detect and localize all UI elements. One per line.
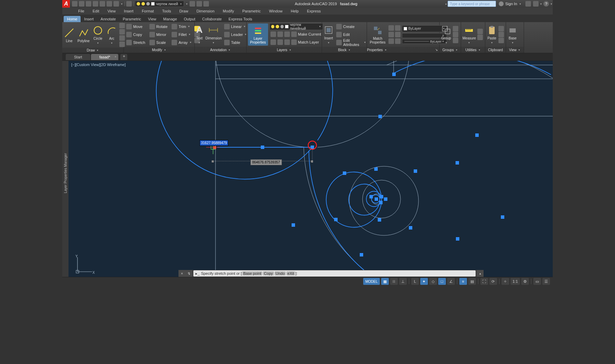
groups-icon[interactable]: [453, 32, 458, 37]
title-drop-icon[interactable]: ▾: [550, 2, 553, 6]
panel-label[interactable]: View▾: [506, 47, 524, 53]
custom-icon[interactable]: ☰: [542, 278, 550, 285]
panel-label[interactable]: Properties▾↘: [367, 47, 439, 53]
command-line[interactable]: × ↯ ▸_ Specify stretch point or [ Base p…: [178, 270, 484, 277]
snap-icon[interactable]: ⁞⁞: [390, 278, 398, 285]
menu-tools[interactable]: Tools: [158, 9, 175, 13]
otrack-icon[interactable]: ∠: [447, 278, 455, 285]
new-tab-button[interactable]: +: [120, 54, 127, 60]
app-logo[interactable]: A: [62, 0, 70, 8]
scale-button[interactable]: Scale: [148, 39, 168, 46]
menu-help[interactable]: Help: [287, 9, 303, 13]
table-button[interactable]: Table: [223, 39, 247, 46]
qat-icon[interactable]: [196, 1, 202, 7]
polar-icon[interactable]: ✦: [420, 278, 428, 285]
panel-label[interactable]: Annotation▾: [195, 47, 246, 53]
measure-button[interactable]: Measure▾: [461, 24, 477, 45]
edit-button[interactable]: Edit: [335, 31, 367, 38]
status-model[interactable]: MODEL: [363, 278, 380, 285]
menu-view[interactable]: View: [103, 9, 120, 13]
group-button[interactable]: Group▾: [440, 24, 453, 45]
color-icon[interactable]: [395, 32, 401, 37]
layer-combo[interactable]: чертеж линейный ▾: [269, 23, 323, 30]
array-button[interactable]: Array: [171, 39, 192, 46]
mirror-button[interactable]: Mirror: [148, 31, 168, 38]
scale-label[interactable]: 1:1: [511, 278, 520, 285]
color-icon[interactable]: [395, 38, 401, 44]
qat-layer-combo[interactable]: чертеж линей ▾: [135, 1, 184, 7]
close-icon[interactable]: ×: [178, 270, 185, 277]
qat-icon[interactable]: [203, 1, 209, 7]
ucs-icon[interactable]: Y X: [74, 254, 95, 275]
stretch-button[interactable]: Stretch: [125, 39, 146, 46]
help-icon[interactable]: ?: [543, 1, 549, 7]
color-icon[interactable]: [388, 25, 394, 31]
move-button[interactable]: Move: [125, 23, 146, 30]
groups-icon[interactable]: [453, 38, 458, 43]
qat-icon[interactable]: [190, 1, 195, 7]
menu-dimension[interactable]: Dimension: [192, 9, 219, 13]
circle-button[interactable]: Circle▾: [91, 24, 105, 46]
title-drop-icon[interactable]: ▾: [540, 2, 542, 6]
text-button[interactable]: A Text▾: [195, 24, 204, 45]
panel-label[interactable]: Modify▾: [124, 47, 194, 53]
linear-button[interactable]: Linear: [223, 23, 247, 30]
ortho-icon[interactable]: L: [411, 278, 419, 285]
iso-icon[interactable]: ◇: [429, 278, 437, 285]
panel-label[interactable]: Block▾: [322, 47, 367, 53]
qat-more-icon[interactable]: ▾: [185, 2, 188, 6]
trim-button[interactable]: Trim: [171, 23, 192, 30]
edit-attr-button[interactable]: Edit Attributes: [335, 39, 367, 46]
menu-parametric[interactable]: Parametric: [238, 9, 265, 13]
util-icon[interactable]: [477, 29, 483, 34]
layer-props-manager-rail[interactable]: Layer Properties Manager: [62, 61, 68, 286]
gear-icon[interactable]: ⚙: [521, 278, 529, 285]
layer-properties-button[interactable]: Layer Properties: [248, 24, 268, 46]
copy-icon[interactable]: [498, 32, 504, 37]
match-props-button[interactable]: Match Properties: [368, 24, 387, 45]
make-current-button[interactable]: Make Current: [269, 30, 323, 38]
menu-modify[interactable]: Modify: [219, 9, 238, 13]
tab-manage[interactable]: Manage: [160, 16, 181, 22]
tab-collaborate[interactable]: Collaborate: [199, 16, 225, 22]
paste-button[interactable]: Paste▾: [485, 24, 498, 45]
tab-parametric[interactable]: Parametric: [119, 16, 145, 22]
tab-expresstools[interactable]: Express Tools: [225, 16, 256, 22]
match-layer-button[interactable]: Match Layer: [269, 38, 323, 46]
groups-icon[interactable]: [453, 26, 458, 31]
tab-view[interactable]: View: [145, 16, 160, 22]
share-icon[interactable]: [126, 1, 132, 7]
panel-label[interactable]: Groups▾: [440, 47, 461, 53]
qat-dropdown-icon[interactable]: ▾: [120, 2, 123, 6]
grid-icon[interactable]: ▦: [381, 278, 389, 285]
panel-label[interactable]: Layers▾: [247, 47, 322, 53]
tab-annotate[interactable]: Annotate: [97, 16, 119, 22]
command-input[interactable]: ▸_ Specify stretch point or [ Base point…: [193, 270, 476, 277]
new-icon[interactable]: [72, 1, 77, 7]
rotate-button[interactable]: Rotate: [148, 23, 168, 30]
menu-format[interactable]: Format: [138, 9, 158, 13]
menu-express[interactable]: Express: [303, 9, 325, 13]
cycle-icon[interactable]: ⟳: [489, 278, 497, 285]
plot-icon[interactable]: [100, 1, 105, 7]
signin-button[interactable]: Sign In▾: [496, 1, 524, 6]
transp-icon[interactable]: ▤: [468, 278, 476, 285]
panel-label[interactable]: Utilities▾: [461, 47, 485, 53]
infer-icon[interactable]: ⊥: [399, 278, 407, 285]
menu-file[interactable]: File: [74, 9, 89, 13]
osnap-icon[interactable]: □: [438, 278, 446, 285]
color-icon[interactable]: [388, 32, 394, 37]
anno-icon[interactable]: ✧: [502, 278, 509, 285]
cmd-options-icon[interactable]: ↯: [185, 270, 192, 277]
clip-icon[interactable]: [498, 38, 504, 43]
menu-edit[interactable]: Edit: [89, 9, 103, 13]
cut-icon[interactable]: [498, 26, 504, 31]
sc-icon[interactable]: ⛶: [480, 278, 488, 285]
saveas-icon[interactable]: [93, 1, 98, 7]
arc-button[interactable]: Arc▾: [105, 24, 119, 46]
drawing-area[interactable]: Layer Properties Manager [−][Custom View…: [62, 61, 553, 286]
create-button[interactable]: Create: [335, 23, 367, 30]
title-dropdown-icon[interactable]: ▸: [445, 2, 448, 6]
line-button[interactable]: Line: [62, 27, 76, 44]
color-icon[interactable]: [395, 25, 401, 31]
